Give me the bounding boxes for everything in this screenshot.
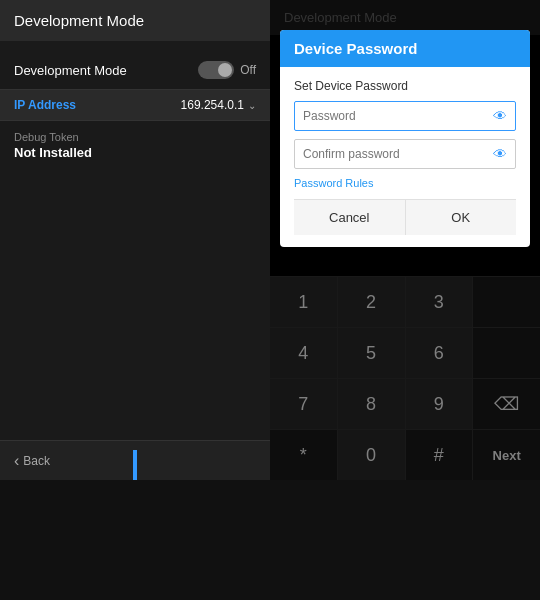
left-title: Development Mode: [14, 12, 144, 29]
left-header: Development Mode: [0, 0, 270, 41]
left-panel: Development Mode Development Mode Off IP…: [0, 0, 270, 480]
dialog-subtitle: Set Device Password: [294, 79, 516, 93]
back-chevron-icon: ‹: [14, 452, 19, 470]
ok-button[interactable]: OK: [406, 200, 517, 235]
development-mode-row: Development Mode Off: [0, 51, 270, 89]
password-input-container[interactable]: 👁: [294, 101, 516, 131]
confirm-password-input[interactable]: [303, 147, 493, 161]
ip-label: IP Address: [14, 98, 76, 112]
debug-value: Not Installed: [14, 145, 256, 160]
left-bottom-bar: ‹ Back: [0, 440, 270, 480]
ip-value: 169.254.0.1: [181, 98, 244, 112]
back-button[interactable]: ‹ Back: [14, 452, 50, 470]
toggle-container: Off: [198, 61, 256, 79]
confirm-password-input-container[interactable]: 👁: [294, 139, 516, 169]
cancel-button[interactable]: Cancel: [294, 200, 406, 235]
left-content: Development Mode Off IP Address 169.254.…: [0, 41, 270, 480]
dialog-title: Device Password: [294, 40, 417, 57]
password-input[interactable]: [303, 109, 493, 123]
ip-address-row[interactable]: IP Address 169.254.0.1 ⌄: [0, 89, 270, 121]
debug-label: Debug Token: [14, 131, 256, 143]
back-label: Back: [23, 454, 50, 468]
dialog-buttons: Cancel OK: [294, 199, 516, 235]
dev-mode-toggle[interactable]: [198, 61, 234, 79]
toggle-state-label: Off: [240, 63, 256, 77]
chevron-down-icon: ⌄: [248, 100, 256, 111]
debug-section: Debug Token Not Installed: [0, 121, 270, 170]
confirm-eye-icon[interactable]: 👁: [493, 146, 507, 162]
right-panel: Development Mode Device Password Set Dev…: [270, 0, 540, 480]
ip-value-container: 169.254.0.1 ⌄: [181, 98, 256, 112]
password-eye-icon[interactable]: 👁: [493, 108, 507, 124]
dialog-title-bar: Device Password: [280, 30, 530, 67]
password-rules-link[interactable]: Password Rules: [294, 177, 516, 189]
blue-indicator-bar: [133, 450, 137, 480]
dev-mode-label: Development Mode: [14, 63, 127, 78]
dialog-body: Set Device Password 👁 👁 Password Rules C…: [280, 67, 530, 247]
dialog: Device Password Set Device Password 👁 👁 …: [280, 30, 530, 247]
